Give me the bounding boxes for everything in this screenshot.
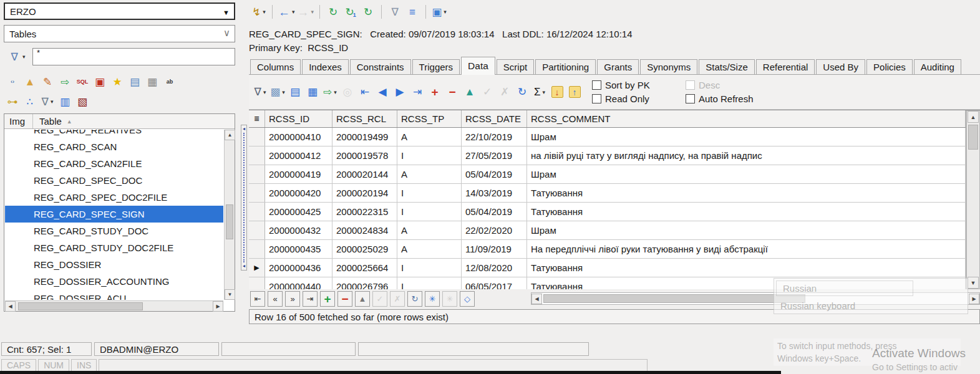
grid-vscroll-thumb[interactable]: [968, 125, 978, 150]
grid-cell[interactable]: 2000020144: [332, 165, 397, 183]
img-column-header[interactable]: Img: [4, 114, 33, 128]
save-settings-icon-dropdown[interactable]: ▾: [282, 89, 285, 95]
grid-cell[interactable]: A: [397, 240, 462, 258]
grid-cell[interactable]: 2000019499: [332, 128, 397, 146]
splitter-bar[interactable]: ◂ ◂: [241, 125, 247, 271]
table-column-header[interactable]: Table ▲: [33, 116, 72, 127]
connect-icon[interactable]: ↯▾: [251, 4, 266, 20]
grid-cell[interactable]: 2000000420: [265, 184, 332, 202]
grid-cell[interactable]: 2000000432: [265, 221, 332, 239]
code-template-icon[interactable]: ‹›: [5, 74, 20, 90]
filter-funnel-icon-dropdown[interactable]: ▾: [51, 98, 54, 105]
grid-cell[interactable]: A: [397, 221, 462, 239]
scroll-up-icon[interactable]: ▲: [225, 130, 235, 140]
schema-select-arrow-icon[interactable]: ▼: [223, 9, 230, 16]
object-type-chevron-icon[interactable]: ∨: [223, 27, 230, 39]
grid-vertical-scrollbar[interactable]: ▲ ▼: [966, 110, 980, 289]
table-list-item[interactable]: REG_CARD_SCAN2FILE: [5, 155, 223, 172]
name-filter-input[interactable]: *: [32, 48, 235, 65]
tab-columns[interactable]: Columns: [250, 59, 301, 74]
tab-triggers[interactable]: Triggers: [412, 59, 460, 74]
grid-cell[interactable]: A: [397, 165, 462, 183]
sql-icon[interactable]: SQL: [75, 74, 90, 90]
table-list-item[interactable]: REG_DOSSIER_ACU: [5, 290, 223, 300]
grid-cell[interactable]: Шрам: [527, 165, 966, 183]
nav-bookmark-icon[interactable]: ✳: [425, 291, 440, 307]
scroll-left-icon[interactable]: ◀: [5, 301, 16, 312]
aggregate-sum-icon-dropdown[interactable]: ▾: [542, 89, 545, 95]
grid-cell[interactable]: 2000025029: [332, 240, 397, 258]
export-dataset-icon-dropdown[interactable]: ▾: [334, 89, 337, 95]
splitter-collapse-top-icon[interactable]: ◂: [243, 127, 245, 132]
tab-data[interactable]: Data: [461, 57, 495, 75]
connect-icon-dropdown[interactable]: ▾: [263, 9, 266, 15]
form-view-icon[interactable]: ▦: [305, 84, 320, 100]
grid-cell[interactable]: 22/10/2019: [462, 128, 527, 146]
analyze-icon[interactable]: ∴: [22, 94, 37, 110]
nav-first-icon[interactable]: ⇤: [250, 291, 265, 307]
grid-scroll-down-icon[interactable]: ▼: [968, 277, 979, 289]
tab-used-by[interactable]: Used By: [816, 59, 865, 74]
describe-icon[interactable]: ▤: [127, 74, 142, 90]
filter-funnel-icon[interactable]: ∇▾: [40, 94, 55, 110]
grid-cell[interactable]: 2000019578: [332, 146, 397, 165]
browser-options-icon[interactable]: ≡: [405, 4, 420, 20]
grid-cell[interactable]: 2000000435: [265, 240, 332, 258]
edit-pencil-icon[interactable]: ✎: [40, 74, 55, 90]
nav-edit-icon[interactable]: ▲: [355, 291, 370, 307]
table-list-item[interactable]: REG_CARD_SPEC_DOC: [5, 172, 223, 189]
row-selector-cell[interactable]: [249, 203, 265, 221]
row-selector-cell[interactable]: [249, 184, 265, 202]
splitter-collapse-bottom-icon[interactable]: ◂: [243, 264, 245, 269]
grid-cell[interactable]: I: [397, 184, 462, 202]
grid-cell[interactable]: 27/05/2019: [462, 146, 527, 165]
refresh-all-icon[interactable]: ↻: [326, 4, 341, 20]
grid-cell[interactable]: 2000000410: [265, 128, 332, 146]
grid-scroll-right-icon[interactable]: ▶: [969, 294, 979, 304]
table-list-item[interactable]: REG_CARD_SPEC_DOC2FILE: [5, 189, 223, 206]
delete-row-icon[interactable]: −: [445, 84, 460, 100]
table-list-horizontal-scrollbar[interactable]: ◀ ▶: [5, 300, 223, 311]
grid-cell[interactable]: 11/09/2019: [462, 240, 527, 258]
nav-delete-icon[interactable]: −: [337, 291, 352, 307]
scroll-down-icon[interactable]: ▼: [225, 289, 235, 300]
column-header-rcss-tp[interactable]: RCSS_TP: [397, 110, 462, 127]
table-list-item[interactable]: REG_CARD_SCAN: [5, 138, 223, 155]
grid-cell[interactable]: 22/02/2020: [462, 221, 527, 239]
grid-cell[interactable]: 2000000412: [265, 146, 332, 165]
import-file-icon[interactable]: ↓: [550, 84, 565, 100]
filter-data-icon[interactable]: ∇▾: [253, 84, 268, 100]
table-list-item[interactable]: REG_CARD_STUDY_DOC: [5, 223, 223, 239]
grid-cell[interactable]: 14/03/2019: [462, 184, 527, 202]
object-type-select[interactable]: Tables ∨: [4, 25, 235, 42]
checkbox-box-icon[interactable]: [592, 94, 601, 103]
checkbox-read-only[interactable]: Read Only: [592, 94, 686, 104]
back-icon[interactable]: ←▾: [278, 4, 295, 20]
table-list-item[interactable]: REG_CARD_RELATIVES: [5, 130, 223, 138]
export-dataset-icon[interactable]: ⇨▾: [323, 84, 337, 100]
export-file-icon[interactable]: ↑: [567, 84, 582, 100]
tab-policies[interactable]: Policies: [866, 59, 913, 74]
name-filter-button[interactable]: ∇ ▾: [4, 48, 32, 65]
grid-cell[interactable]: Шрам: [527, 128, 966, 146]
grid-cell[interactable]: 2000000419: [265, 165, 332, 183]
grid-scroll-left-icon[interactable]: ◀: [531, 294, 542, 304]
tab-auditing[interactable]: Auditing: [914, 59, 961, 74]
grid-cell[interactable]: 2000026796: [332, 277, 397, 289]
checkbox-auto-refresh[interactable]: Auto Refresh: [686, 94, 779, 104]
drop-table-icon[interactable]: ▧: [75, 94, 90, 110]
row-selector-cell[interactable]: [249, 277, 265, 289]
last-record-icon[interactable]: ⇥: [410, 84, 425, 100]
insert-row-icon[interactable]: +: [427, 84, 442, 100]
nav-refresh-icon[interactable]: ↻: [407, 291, 422, 307]
table-list-hscroll-thumb[interactable]: [18, 302, 143, 310]
filter-wizard-icon[interactable]: ▲: [22, 74, 37, 90]
grid-cell[interactable]: 2000000436: [265, 259, 332, 277]
tab-stats-size[interactable]: Stats/Size: [699, 59, 755, 74]
grid-cell[interactable]: I: [397, 203, 462, 221]
edit-row-icon[interactable]: ▲: [462, 84, 477, 100]
forward-icon-dropdown[interactable]: ▾: [311, 9, 314, 15]
panel-splitter[interactable]: ◂ ◂: [239, 0, 249, 341]
grid-cell[interactable]: 06/05/2017: [462, 277, 527, 289]
tab-synonyms[interactable]: Synonyms: [640, 59, 697, 74]
